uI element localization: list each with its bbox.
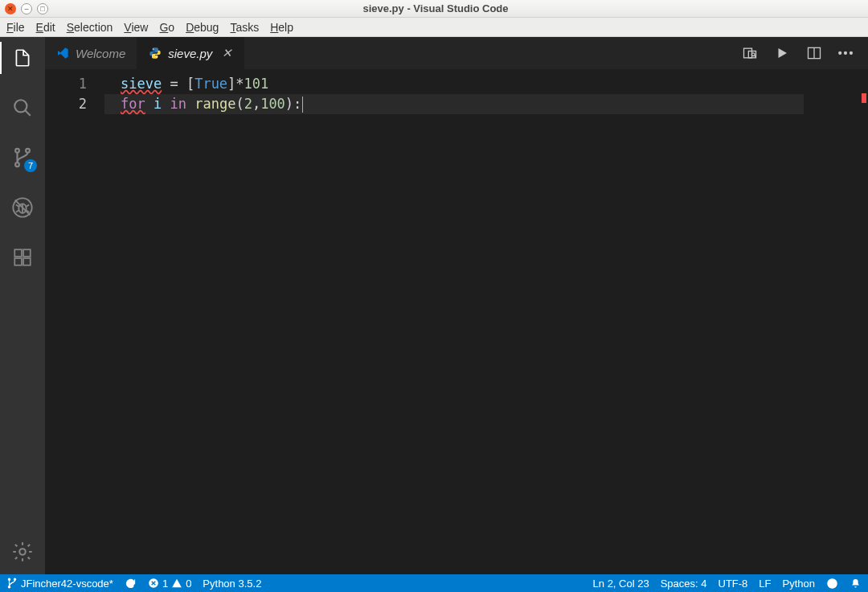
svg-point-17 — [19, 549, 25, 554]
menu-file[interactable]: File — [6, 21, 25, 34]
menu-selection[interactable]: Selection — [67, 21, 113, 34]
svg-point-26 — [8, 578, 10, 580]
editor-region: Welcome sieve.py ✕ — [45, 37, 868, 574]
svg-point-4 — [15, 162, 19, 166]
window-title: sieve.py - Visual Studio Code — [53, 2, 818, 14]
ellipsis-icon: ••• — [838, 47, 855, 60]
python-icon — [149, 47, 162, 60]
svg-point-19 — [157, 56, 158, 57]
scm-badge: 7 — [24, 159, 37, 172]
status-feedback[interactable] — [826, 578, 838, 590]
warning-icon — [171, 578, 182, 589]
activity-search[interactable] — [0, 92, 45, 124]
bell-icon — [850, 578, 862, 590]
svg-rect-20 — [744, 48, 752, 58]
code-line-1: sieve = [True]*101 — [104, 74, 804, 94]
svg-line-8 — [16, 205, 18, 207]
open-preview-icon — [742, 45, 758, 61]
svg-point-0 — [14, 100, 27, 112]
svg-rect-15 — [23, 258, 31, 265]
menu-help[interactable]: Help — [270, 21, 293, 34]
os-titlebar: ✕ – □ sieve.py - Visual Studio Code — [0, 0, 868, 18]
svg-rect-14 — [14, 258, 22, 265]
menu-edit[interactable]: Edit — [36, 21, 55, 34]
window-maximize-button[interactable]: □ — [37, 3, 48, 14]
svg-point-33 — [830, 582, 831, 582]
activity-bar: 7 — [0, 37, 45, 574]
tab-welcome[interactable]: Welcome — [45, 37, 137, 69]
tab-active[interactable]: sieve.py ✕ — [137, 37, 244, 69]
status-cursor-position[interactable]: Ln 2, Col 23 — [593, 578, 649, 590]
activity-debug[interactable] — [0, 191, 45, 224]
text-cursor — [302, 97, 303, 113]
minimap[interactable] — [804, 69, 868, 574]
status-encoding[interactable]: UTF-8 — [719, 578, 748, 590]
tab-bar: Welcome sieve.py ✕ — [45, 37, 868, 69]
line-number: 1 — [45, 74, 104, 94]
svg-point-18 — [153, 48, 154, 49]
svg-point-27 — [14, 578, 15, 580]
svg-line-9 — [27, 205, 30, 207]
menu-go[interactable]: Go — [159, 21, 174, 34]
menu-view[interactable]: View — [124, 21, 148, 34]
line-number-gutter: 1 2 — [45, 69, 104, 574]
open-preview-button[interactable] — [741, 44, 759, 62]
extensions-icon — [12, 247, 33, 268]
status-bar: JFincher42-vscode* 1 0 Python 3.5.2 Ln 2… — [0, 574, 868, 592]
menu-debug[interactable]: Debug — [186, 21, 219, 34]
status-problems[interactable]: 1 0 — [148, 578, 191, 590]
status-language-mode[interactable]: Python — [783, 578, 815, 590]
svg-point-32 — [828, 578, 837, 587]
window-minimize-button[interactable]: – — [21, 3, 32, 14]
svg-point-34 — [833, 582, 834, 582]
code-area[interactable]: sieve = [True]*101 for i in range(2,100)… — [104, 69, 804, 574]
no-bug-icon — [11, 196, 34, 219]
status-eol[interactable]: LF — [759, 578, 771, 590]
svg-rect-16 — [23, 249, 31, 257]
close-icon[interactable]: ✕ — [222, 46, 232, 60]
svg-point-22 — [751, 53, 755, 56]
editor-actions: ••• — [728, 37, 868, 69]
smiley-icon — [826, 578, 838, 590]
window-close-button[interactable]: ✕ — [5, 3, 16, 14]
activity-settings[interactable] — [0, 536, 45, 568]
error-icon — [148, 578, 159, 589]
activity-extensions[interactable] — [0, 241, 45, 273]
status-notifications[interactable] — [850, 578, 862, 590]
line-number: 2 — [45, 94, 104, 114]
status-sync[interactable] — [125, 578, 137, 590]
vscode-icon — [56, 47, 69, 60]
more-actions-button[interactable]: ••• — [837, 44, 855, 62]
svg-point-2 — [15, 149, 19, 153]
svg-point-28 — [8, 586, 10, 588]
split-editor-button[interactable] — [805, 44, 823, 62]
menu-bar: File Edit Selection View Go Debug Tasks … — [0, 18, 868, 37]
run-button[interactable] — [773, 44, 791, 62]
tab-active-label: sieve.py — [168, 47, 212, 60]
vscode-app: 7 Welcome — [0, 37, 868, 592]
activity-source-control[interactable]: 7 — [0, 142, 45, 174]
status-git-branch[interactable]: JFincher42-vscode* — [6, 578, 113, 590]
activity-explorer[interactable] — [0, 42, 45, 74]
minimap-error-marker — [862, 93, 866, 103]
svg-line-1 — [25, 110, 31, 116]
sync-icon — [125, 578, 137, 590]
play-icon — [775, 46, 789, 60]
tab-welcome-label: Welcome — [76, 47, 125, 60]
gear-icon — [11, 541, 34, 563]
files-icon — [12, 47, 33, 68]
editor-pane[interactable]: 1 2 sieve = [True]*101 for i in range(2,… — [45, 69, 868, 574]
svg-line-10 — [16, 211, 18, 212]
search-icon — [12, 97, 33, 118]
status-python-version[interactable]: Python 3.5.2 — [203, 578, 261, 590]
split-icon — [806, 45, 822, 61]
code-line-2: for i in range(2,100): — [104, 94, 804, 114]
status-indentation[interactable]: Spaces: 4 — [661, 578, 707, 590]
branch-icon — [6, 578, 18, 589]
menu-tasks[interactable]: Tasks — [230, 21, 259, 34]
svg-point-3 — [26, 149, 30, 153]
svg-rect-13 — [14, 249, 22, 257]
